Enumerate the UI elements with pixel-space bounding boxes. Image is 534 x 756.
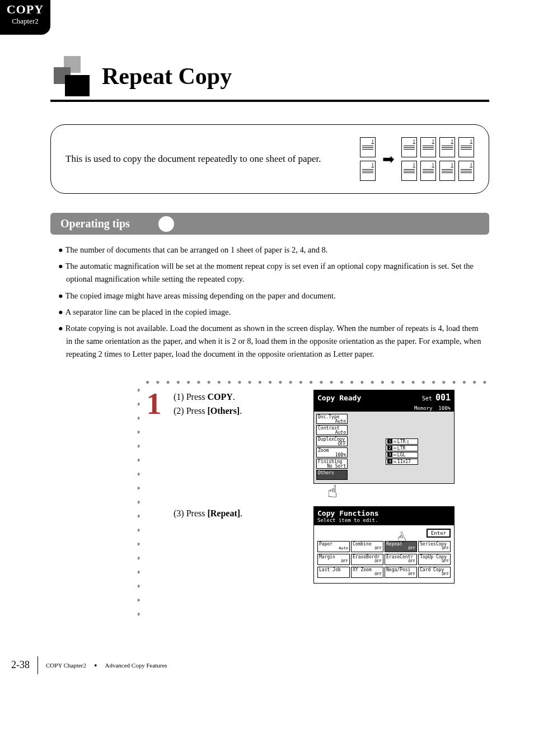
doc-grid: 1 1 1 1 1 1 1 1 — [401, 137, 474, 181]
footer-chapter: COPY Chapter2 — [46, 662, 86, 669]
btn-doctype[interactable]: Doc.TypeAuto — [316, 414, 348, 424]
fn-paper[interactable]: PaperAuto — [317, 541, 350, 552]
page-title: Repeat Copy — [102, 63, 232, 90]
side-buttons: Doc.TypeAuto ContrastAuto DuplexCopyOFF … — [316, 414, 348, 481]
title-icon — [50, 56, 91, 96]
fn-nega-posi[interactable]: Nega/PosiOFF — [385, 567, 417, 578]
fn-xy-zoom[interactable]: XY ZoomOFF — [351, 567, 383, 578]
step-3: 1 (3) Press [Repeat]. Copy Functions Sel… — [146, 506, 489, 584]
fn-last-job[interactable]: Last Job — [317, 567, 350, 578]
intro-graphic: 1 1 ➡ 1 1 1 1 1 1 1 1 — [360, 137, 474, 181]
doc-icon: 1 — [360, 137, 376, 157]
title-row: Repeat Copy — [50, 56, 489, 96]
btn-duplexcopy[interactable]: DuplexCopyOFF — [316, 436, 348, 446]
screen2-title: Copy Functions — [317, 509, 451, 517]
pointing-hand-icon: ☝ — [327, 483, 338, 500]
doc-icon: 1 — [360, 161, 376, 181]
intro-box: This is used to copy the document repeat… — [50, 124, 489, 194]
screen-title: Copy Ready — [317, 394, 361, 402]
section-heading-label: Operating tips — [60, 217, 130, 230]
device-illustration: 1▭ LTR▯ 2▭ LTR 3▭ LGL 4▭ 11x17 — [350, 414, 452, 481]
enter-button[interactable]: Enter — [427, 529, 451, 538]
section-circle-icon — [157, 214, 176, 234]
fn-erasebordr[interactable]: EraseBordrOFF — [351, 554, 383, 565]
step-1: 1 (1) Press COPY. (2) Press [Others]. Co… — [146, 390, 489, 484]
btn-contrast[interactable]: ContrastAuto — [316, 425, 348, 435]
step-number: 1 — [146, 392, 162, 416]
tip-item: The copied image might have areas missin… — [58, 290, 481, 302]
tip-item: The number of documents that can be arra… — [58, 244, 481, 256]
corner-big: COPY — [0, 2, 50, 17]
fn-seriescopy[interactable]: SeriesCopyOFF — [418, 541, 451, 552]
step-text: (1) Press COPY. (2) Press [Others]. — [174, 390, 302, 418]
fn-topup-copy[interactable]: TopUp CopyOFF — [418, 554, 451, 565]
fn-erasecentr[interactable]: EraseCentrOFF — [385, 554, 417, 565]
set-label: Set — [422, 395, 432, 402]
tray-2[interactable]: 2▭ LTR — [386, 445, 418, 451]
fn-margin[interactable]: MarginOFF — [317, 554, 350, 565]
memory-label: Memory — [414, 405, 433, 411]
footer-dot-icon: ● — [94, 662, 97, 668]
btn-zoom[interactable]: Zoom100% — [316, 447, 348, 458]
screen-copy-ready: Copy Ready Set 001 Memory 100% Doc.TypeA… — [313, 390, 455, 484]
tip-item: A separator line can be placed in the co… — [58, 306, 481, 319]
tip-item: The automatic magnification will be set … — [58, 260, 481, 286]
corner-small: Chapter2 — [0, 17, 50, 26]
tray-4[interactable]: 4▭ 11x17 — [386, 459, 418, 465]
tray-3[interactable]: 3▭ LGL — [386, 452, 418, 458]
page-footer: 2-38 COPY Chapter2 ● Advanced Copy Featu… — [0, 656, 534, 674]
dotted-divider: ● ● ● ● ● ● ● ● ● ● ● ● ● ● ● ● ● ● ● ● … — [146, 378, 489, 386]
tip-item: Rotate copying is not available. Load th… — [58, 322, 481, 361]
screen2-subtitle: Select item to edit. — [317, 517, 451, 523]
section-heading: Operating tips — [50, 213, 489, 235]
title-divider — [50, 100, 489, 102]
fn-card-copy[interactable]: Card CopyOFF — [418, 567, 451, 578]
chapter-corner-tab: COPY Chapter2 — [0, 0, 50, 35]
tray-1[interactable]: 1▭ LTR▯ — [386, 438, 418, 445]
step-text: (3) Press [Repeat]. — [174, 506, 302, 521]
set-value: 001 — [435, 393, 451, 403]
intro-text: This is used to copy the document repeat… — [65, 152, 343, 166]
memory-value: 100% — [438, 405, 451, 411]
fn-combine[interactable]: CombineOFF — [351, 541, 383, 552]
tips-list: The number of documents that can be arra… — [50, 244, 489, 361]
btn-others[interactable]: Others — [316, 470, 348, 480]
arrow-right-icon: ➡ — [382, 151, 395, 168]
footer-section: Advanced Copy Features — [105, 662, 167, 669]
page-number: 2-38 — [11, 659, 30, 671]
screen-copy-functions: Copy Functions Select item to edit. Ente… — [313, 506, 455, 584]
dotted-divider-vertical: ● ● ● ● ● ● ● ● ● ● ● ● ● ● ● ● ● ● ● ● … — [138, 386, 142, 623]
btn-finishing[interactable]: FinishingNo Sort — [316, 459, 348, 469]
